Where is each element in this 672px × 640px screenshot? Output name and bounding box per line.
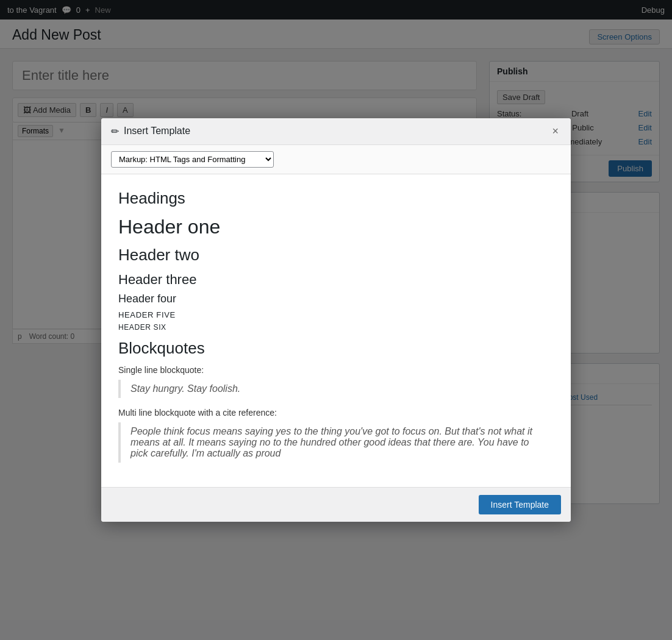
tpl-h3: Header three xyxy=(118,272,554,288)
template-select[interactable]: Markup: HTML Tags and Formatting xyxy=(111,151,274,168)
modal-close-button[interactable]: × xyxy=(549,126,561,137)
tpl-h6: HEADER SIX xyxy=(118,323,554,332)
tpl-multi-blockquote: People think focus means saying yes to t… xyxy=(118,422,554,463)
modal-overlay: ✏ Insert Template × Markup: HTML Tags an… xyxy=(0,0,672,640)
modal-title: ✏ Insert Template xyxy=(111,126,190,137)
modal-title-text: Insert Template xyxy=(124,126,190,137)
insert-template-button[interactable]: Insert Template xyxy=(479,495,561,514)
tpl-h5: HEADER FIVE xyxy=(118,310,554,319)
pencil-icon: ✏ xyxy=(111,126,119,137)
modal-header: ✏ Insert Template × xyxy=(101,118,571,145)
tpl-blockquotes-section: Blockquotes xyxy=(118,339,554,358)
tpl-multi-line-label: Multi line blockquote with a cite refere… xyxy=(118,408,554,418)
tpl-single-blockquote: Stay hungry. Stay foolish. xyxy=(118,380,554,398)
tpl-single-line-label: Single line blockquote: xyxy=(118,365,554,375)
tpl-h2: Header two xyxy=(118,246,554,265)
modal-body: Headings Header one Header two Header th… xyxy=(101,174,571,487)
modal-toolbar: Markup: HTML Tags and Formatting xyxy=(101,145,571,174)
tpl-headings-section: Headings xyxy=(118,189,554,208)
insert-template-modal: ✏ Insert Template × Markup: HTML Tags an… xyxy=(101,118,571,522)
modal-footer: Insert Template xyxy=(101,487,571,522)
tpl-h4: Header four xyxy=(118,293,554,305)
tpl-h1: Header one xyxy=(118,215,554,238)
